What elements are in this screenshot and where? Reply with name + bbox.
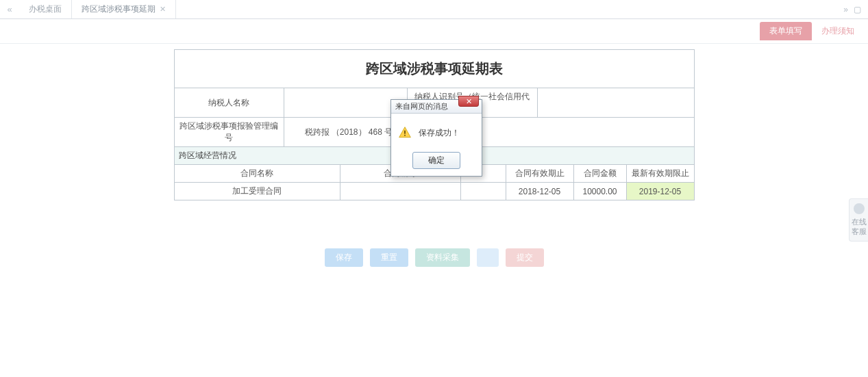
value-taxpayer-name	[284, 88, 407, 118]
dialog-title: 来自网页的消息	[395, 101, 448, 112]
tab-spacer	[176, 0, 836, 18]
cell-valid-until: 2018-12-05	[506, 183, 573, 200]
alert-dialog: 来自网页的消息 ✕ 保存成功！ 确定	[390, 99, 482, 177]
reset-button[interactable]: 重置	[370, 248, 408, 267]
tab-label: 跨区域涉税事项延期	[82, 3, 156, 15]
col-new-valid-until: 最新有效期限止	[626, 165, 694, 183]
form-title: 跨区域涉税事项延期表	[174, 49, 695, 88]
dialog-close-button[interactable]: ✕	[458, 96, 479, 107]
attachments-button[interactable]: 资料采集	[415, 248, 470, 267]
value-taxpayer-id	[537, 88, 694, 118]
online-service-button[interactable]: 在线客服	[849, 198, 868, 242]
label-doc-no: 跨区域涉税事项报验管理编号	[174, 118, 284, 147]
cell-amount: 10000.00	[573, 183, 626, 200]
dialog-footer: 确定	[391, 148, 482, 176]
blank-button	[477, 248, 499, 267]
submit-button[interactable]: 提交	[506, 248, 544, 267]
svg-rect-1	[404, 135, 406, 136]
avatar-icon	[854, 203, 865, 214]
tabs-scroll-right[interactable]: »	[843, 5, 848, 14]
dialog-titlebar[interactable]: 来自网页的消息 ✕	[391, 100, 482, 114]
online-service-label: 在线客服	[852, 218, 867, 235]
subtab-guide[interactable]: 办理须知	[812, 22, 864, 40]
svg-rect-0	[404, 131, 406, 134]
cell-contract-no	[340, 183, 460, 200]
tab-desk[interactable]: 办税桌面	[19, 0, 72, 18]
warning-icon	[398, 126, 412, 140]
col-amount: 合同金额	[573, 165, 626, 183]
tabs-scroll-left[interactable]: «	[0, 0, 19, 18]
action-bar: 保存 重置 资料采集 提交	[174, 248, 695, 267]
subtab-fill-form[interactable]: 表单填写	[760, 22, 812, 40]
maximize-icon[interactable]: ▢	[854, 5, 861, 14]
tab-label: 办税桌面	[29, 3, 62, 15]
cell-hidden	[460, 183, 506, 200]
label-taxpayer-name: 纳税人名称	[174, 88, 284, 118]
save-button[interactable]: 保存	[325, 248, 363, 267]
col-contract-name: 合同名称	[174, 165, 340, 183]
close-icon[interactable]: ✕	[160, 5, 166, 14]
dialog-body: 保存成功！	[391, 114, 482, 148]
tab-current[interactable]: 跨区域涉税事项延期 ✕	[72, 0, 176, 18]
dialog-message: 保存成功！	[419, 127, 460, 139]
cell-new-valid-until[interactable]: 2019-12-05	[626, 183, 694, 200]
value-doc-no: 税跨报 （2018） 468 号	[284, 118, 694, 147]
dialog-ok-button[interactable]: 确定	[412, 152, 460, 169]
sub-header: 表单填写 办理须知	[0, 19, 868, 44]
col-valid-until: 合同有效期止	[506, 165, 573, 183]
cell-contract-name: 加工受理合同	[174, 183, 340, 200]
tabs-right-controls: » ▢	[836, 0, 868, 18]
table-row: 加工受理合同 2018-12-05 10000.00 2019-12-05	[174, 183, 694, 200]
tab-bar: « 办税桌面 跨区域涉税事项延期 ✕ » ▢	[0, 0, 868, 19]
